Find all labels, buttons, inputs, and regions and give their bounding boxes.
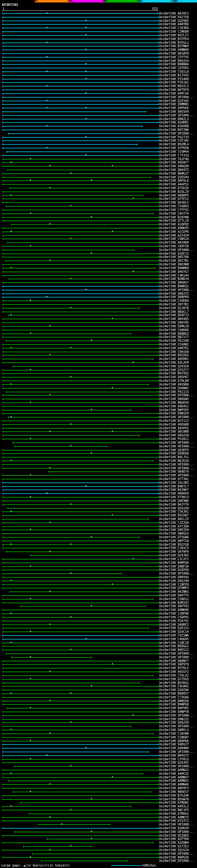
hit-label[interactable]: UniRef100_UPI000... xyxy=(159,467,194,470)
hit-label[interactable]: UniRef100_Q4KTD1 xyxy=(159,347,189,350)
hit-label[interactable]: UniRef100_B4E513 xyxy=(159,648,189,652)
hit-alignment-bar[interactable] xyxy=(2,220,158,221)
hit-alignment-bar[interactable] xyxy=(2,202,158,203)
hit-alignment-bar[interactable] xyxy=(2,428,158,429)
hit-label[interactable]: UniRef100_A7RL80 xyxy=(159,379,189,382)
hit-label[interactable]: UniRef100_Q6BPH9 xyxy=(159,296,189,299)
hit-label[interactable]: UniRef100_C1BEW7 xyxy=(159,736,189,739)
hit-label[interactable]: UniRef100_B9WHZ2 xyxy=(159,285,189,288)
hit-label[interactable]: UniRef100_B4KTL7 xyxy=(159,485,189,488)
hit-label[interactable]: UniRef100_B17V93 xyxy=(159,74,189,77)
hit-alignment-bar[interactable] xyxy=(2,675,153,676)
hit-alignment-bar[interactable] xyxy=(2,497,158,498)
hit-alignment-bar[interactable] xyxy=(2,668,158,669)
hit-alignment-bar[interactable] xyxy=(2,177,150,178)
hit-label[interactable]: UniRef100_Q1HDR1 xyxy=(159,121,189,124)
hit-alignment-bar[interactable] xyxy=(2,21,158,21)
hit-alignment-bar[interactable] xyxy=(2,82,158,83)
hit-alignment-bar[interactable] xyxy=(2,777,158,778)
hit-label[interactable]: UniRef100_B6XU75 xyxy=(159,754,189,757)
hit-alignment-bar[interactable] xyxy=(2,344,158,345)
hit-alignment-bar[interactable] xyxy=(2,384,148,385)
hit-label[interactable]: UniRef100_B6MGZ7 xyxy=(159,172,189,175)
hit-alignment-bar[interactable] xyxy=(2,533,158,534)
hit-alignment-bar[interactable] xyxy=(2,231,158,232)
hit-alignment-bar[interactable] xyxy=(6,653,158,654)
hit-alignment-bar[interactable] xyxy=(2,46,158,46)
hit-label[interactable]: UniRef100_P26791 xyxy=(159,620,189,623)
hit-label[interactable]: UniRef100_C5XAN1 xyxy=(159,343,189,346)
hit-alignment-bar[interactable] xyxy=(6,206,158,207)
hit-alignment-bar[interactable] xyxy=(7,708,158,709)
hit-alignment-bar[interactable] xyxy=(2,515,158,516)
hit-label[interactable]: UniRef100_Q6DBF7 xyxy=(159,659,189,662)
hit-alignment-bar[interactable] xyxy=(2,53,158,54)
hit-alignment-bar[interactable] xyxy=(2,101,158,101)
hit-alignment-bar[interactable] xyxy=(2,788,158,788)
hit-label[interactable]: UniRef100_A6PXL6 xyxy=(159,179,189,182)
hit-alignment-bar[interactable] xyxy=(8,780,158,781)
hit-label[interactable]: UniRef100_B6SIL5 xyxy=(159,85,189,88)
hit-label[interactable]: UniRef100_B3S5R7 xyxy=(159,514,189,517)
hit-alignment-bar[interactable] xyxy=(2,828,158,829)
hit-label[interactable]: UniRef100_P42733 xyxy=(159,136,189,139)
hit-alignment-bar[interactable] xyxy=(2,726,130,727)
hit-label[interactable]: UniRef100_A9IGY2 xyxy=(159,670,189,673)
hit-alignment-bar[interactable] xyxy=(14,446,106,447)
hit-alignment-bar[interactable] xyxy=(20,606,145,607)
hit-alignment-bar[interactable] xyxy=(14,766,158,767)
hit-label[interactable]: UniRef100_A4MK75 xyxy=(159,816,189,819)
hit-alignment-bar[interactable] xyxy=(41,861,127,861)
hit-alignment-bar[interactable] xyxy=(7,170,158,170)
hit-label[interactable]: UniRef100_A9NH35 xyxy=(159,227,189,230)
hit-label[interactable]: UniRef100_UPI000... xyxy=(159,823,194,826)
hit-label[interactable]: UniRef100_C9Z1N6 xyxy=(159,634,189,637)
hit-label[interactable]: UniRef100_Q9Y7B1 xyxy=(159,303,189,306)
hit-label[interactable]: UniRef100_C5Q1L8 xyxy=(159,70,189,73)
hit-alignment-bar[interactable] xyxy=(2,373,158,374)
hit-alignment-bar[interactable] xyxy=(2,155,158,156)
hit-label[interactable]: UniRef100_C1BPQ6 xyxy=(159,612,189,615)
hit-label[interactable]: UniRef100_Q98TH5 xyxy=(159,321,189,324)
hit-label[interactable]: UniRef100_B8P5P5 xyxy=(159,409,189,412)
hit-label[interactable]: UniRef100_UPI000... xyxy=(159,765,194,768)
hit-label[interactable]: UniRef100_A1QPB3 xyxy=(159,223,189,226)
hit-alignment-bar[interactable] xyxy=(2,537,139,537)
hit-alignment-bar[interactable] xyxy=(2,650,158,650)
hit-alignment-bar[interactable] xyxy=(2,352,158,352)
hit-alignment-bar[interactable] xyxy=(8,417,158,417)
hit-alignment-bar[interactable] xyxy=(8,133,158,134)
hit-alignment-bar[interactable] xyxy=(2,312,158,312)
hit-alignment-bar[interactable] xyxy=(2,122,158,123)
hit-label[interactable]: UniRef100_Q2HGX9 xyxy=(159,827,189,830)
hit-alignment-bar[interactable] xyxy=(2,166,158,166)
hit-label[interactable]: UniRef100_Q43EP5 xyxy=(159,448,189,452)
hit-alignment-bar[interactable] xyxy=(2,763,158,763)
hit-alignment-bar[interactable] xyxy=(2,842,153,843)
hit-alignment-bar[interactable] xyxy=(2,526,158,527)
hit-label[interactable]: UniRef100_C6LXB3 xyxy=(159,481,189,484)
hit-label[interactable]: UniRef100_A9V2L2 xyxy=(159,805,189,808)
hit-label[interactable]: UniRef100_C1C2F1 xyxy=(159,558,189,561)
hit-label[interactable]: UniRef100_Q0U3N8 xyxy=(159,263,189,266)
hit-label[interactable]: UniRef100_Q5KNH2 xyxy=(159,387,189,390)
hit-label[interactable]: UniRef100_C5YTV5 xyxy=(159,56,189,59)
hit-alignment-bar[interactable] xyxy=(2,573,121,574)
hit-label[interactable]: UniRef100_Q4QRF2 xyxy=(159,623,189,626)
hit-alignment-bar[interactable] xyxy=(2,464,158,465)
hit-alignment-bar[interactable] xyxy=(2,548,158,548)
hit-label[interactable]: UniRef100_B5GW70 xyxy=(159,798,189,801)
hit-label[interactable]: UniRef100_P42756 xyxy=(159,16,189,19)
hit-alignment-bar[interactable] xyxy=(2,286,158,287)
hit-label[interactable]: UniRef100_A7TJD0 xyxy=(159,525,189,528)
hit-alignment-bar[interactable] xyxy=(2,519,148,520)
hit-label[interactable]: UniRef100_UPI000... xyxy=(159,572,194,575)
hit-label[interactable]: UniRef100_Q6BJZ3 xyxy=(159,292,189,295)
hit-label[interactable]: UniRef100_Q7XJT2 xyxy=(159,819,189,823)
hit-label[interactable]: UniRef100_C7GLX2 xyxy=(159,674,189,677)
hit-alignment-bar[interactable] xyxy=(2,108,158,108)
hit-alignment-bar[interactable] xyxy=(2,198,158,199)
hit-label[interactable]: UniRef100_A7MXA1 xyxy=(159,812,189,815)
hit-alignment-bar[interactable] xyxy=(2,97,158,98)
hit-alignment-bar[interactable] xyxy=(2,180,158,181)
